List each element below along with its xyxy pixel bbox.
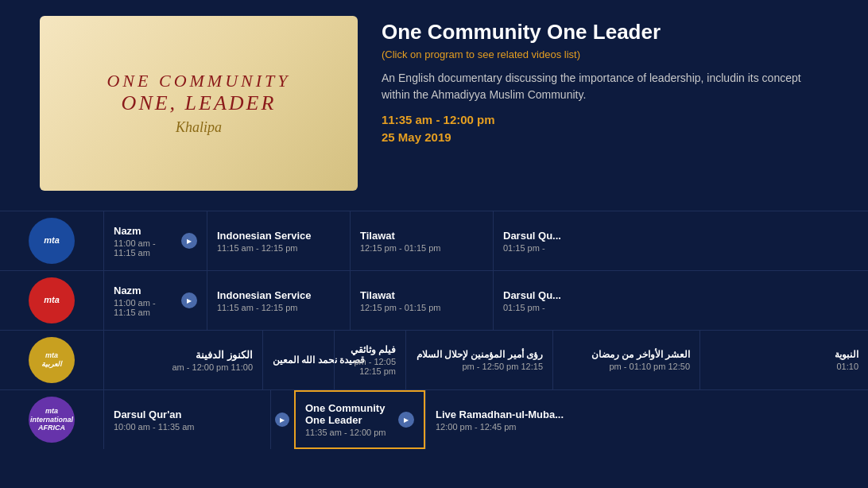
roya-name: رؤى أمير المؤمنين لإحلال السلام <box>416 349 543 360</box>
channel-logo-text-2: mta <box>44 295 60 305</box>
darsul-time-1: 01:15 pm - <box>503 243 858 253</box>
indonesian-time-2: 11:15 am - 12:15 pm <box>217 303 340 312</box>
program-title: One Community One Leader <box>382 20 852 45</box>
program-description: An English documentary discussing the im… <box>382 70 827 103</box>
kanuz-time: 11:00 am - 12:00 pm <box>114 362 253 372</box>
nazm-name-1: Nazm <box>114 225 175 237</box>
program-info: One Community One Leader (Click on progr… <box>382 16 852 191</box>
channel-logo-text-1: mta <box>44 235 60 246</box>
darsulquran-name: Darsul Qur'an <box>114 409 261 420</box>
darsulquran-time: 10:00 am - 11:35 am <box>114 422 261 432</box>
nabawiya-time: 01:10 <box>710 362 858 371</box>
indonesian-cell-2[interactable]: Indonesian Service 11:15 am - 12:15 pm <box>207 271 350 330</box>
film-time: 12:05 pm - 12:15 pm <box>344 357 396 376</box>
darsul-cell-1[interactable]: Darsul Qu... 01:15 pm - <box>493 211 868 270</box>
indonesian-time-1: 11:15 am - 12:15 pm <box>217 243 340 253</box>
film-cell[interactable]: فيلم وثائقي 12:05 pm - 12:15 pm <box>334 331 405 389</box>
channel-logo-2: mta <box>29 277 75 323</box>
one-community-cell[interactable]: One Community One Leader 11:35 am - 12:0… <box>294 390 425 449</box>
channel-cell-4: mtainternationalAFRICA <box>0 390 103 449</box>
one-community-dot-cell: ▶ <box>270 390 294 449</box>
nabawiya-name: النبوية <box>710 349 858 360</box>
channel-logo-1: mta <box>29 218 75 264</box>
qasida-cell[interactable]: قصيدة نحمد الله المعين <box>262 331 334 389</box>
schedule-row-1: mta Nazm 11:00 am - 11:15 am ▶ Indonesia… <box>0 211 868 270</box>
ashara-name: العشر الأواخر من رمضان <box>563 349 690 360</box>
thumbnail-line1: ONE COMMUNITY <box>107 71 290 91</box>
darsul-name-2: Darsul Qu... <box>503 289 858 301</box>
indonesian-name-1: Indonesian Service <box>217 230 340 242</box>
darsul-cell-2[interactable]: Darsul Qu... 01:15 pm - <box>493 271 868 330</box>
schedule-row-4: mtainternationalAFRICA Darsul Qur'an 10:… <box>0 389 868 449</box>
thumbnail-line2: ONE, LEADER <box>107 91 290 115</box>
live-ramadhan-time: 12:00 pm - 12:45 pm <box>436 422 858 432</box>
nazm-time-2: 11:00 am - 11:15 am <box>114 298 175 317</box>
play-icon-nazm-2[interactable]: ▶ <box>181 292 197 308</box>
channel-logo-4: mtainternationalAFRICA <box>29 397 75 443</box>
kanuz-name: الكنوز الدفينة <box>114 349 253 361</box>
one-community-name: One Community One Leader <box>305 402 394 426</box>
darsulquran-cell[interactable]: Darsul Qur'an 10:00 am - 11:35 am <box>103 390 270 449</box>
nazm-cell-1[interactable]: Nazm 11:00 am - 11:15 am ▶ <box>103 211 207 270</box>
play-dot-icon[interactable]: ▶ <box>275 412 289 427</box>
schedule-row-3: mtaالعربية الكنوز الدفينة 11:00 am - 12:… <box>0 330 868 389</box>
nazm-time-1: 11:00 am - 11:15 am <box>114 238 175 258</box>
ashara-time: 12:50 pm - 01:10 pm <box>563 362 690 371</box>
channel-logo-3: mtaالعربية <box>29 337 75 383</box>
one-community-time: 11:35 am - 12:00 pm <box>305 428 394 437</box>
channel-cell-3: mtaالعربية <box>0 331 103 389</box>
tilawat-time-1: 12:15 pm - 01:15 pm <box>360 243 483 253</box>
live-ramadhan-cell[interactable]: Live Ramadhan-ul-Muba... 12:00 pm - 12:4… <box>425 390 868 449</box>
play-icon-nazm-1[interactable]: ▶ <box>181 233 197 249</box>
schedule-row-2: mta Nazm 11:00 am - 11:15 am ▶ Indonesia… <box>0 270 868 330</box>
program-time: 11:35 am - 12:00 pm <box>382 113 852 126</box>
one-community-play-icon[interactable]: ▶ <box>398 412 414 428</box>
darsul-time-2: 01:15 pm - <box>503 303 858 312</box>
roya-time: 12:15 pm - 12:50 pm <box>416 362 543 371</box>
channel-logo-text-3: mtaالعربية <box>41 351 62 369</box>
channel-logo-text-4: mtainternationalAFRICA <box>30 407 73 432</box>
live-ramadhan-name: Live Ramadhan-ul-Muba... <box>436 409 858 420</box>
program-subtitle: (Click on program to see related videos … <box>382 48 852 60</box>
channel-cell-2: mta <box>0 271 103 330</box>
tilawat-name-2: Tilawat <box>360 289 483 301</box>
thumbnail-signature: Khalipa <box>107 119 290 136</box>
top-section: ONE COMMUNITY ONE, LEADER Khalipa One Co… <box>0 0 868 207</box>
roya-cell[interactable]: رؤى أمير المؤمنين لإحلال السلام 12:15 pm… <box>405 331 552 389</box>
schedule: mta Nazm 11:00 am - 11:15 am ▶ Indonesia… <box>0 211 868 449</box>
darsul-name-1: Darsul Qu... <box>503 230 858 242</box>
tilawat-cell-1[interactable]: Tilawat 12:15 pm - 01:15 pm <box>350 211 493 270</box>
thumbnail: ONE COMMUNITY ONE, LEADER Khalipa <box>40 16 358 191</box>
tilawat-time-2: 12:15 pm - 01:15 pm <box>360 303 483 312</box>
indonesian-cell-1[interactable]: Indonesian Service 11:15 am - 12:15 pm <box>207 211 350 270</box>
tilawat-cell-2[interactable]: Tilawat 12:15 pm - 01:15 pm <box>350 271 493 330</box>
program-date: 25 May 2019 <box>382 130 852 144</box>
kanuz-cell[interactable]: الكنوز الدفينة 11:00 am - 12:00 pm <box>103 331 262 389</box>
indonesian-name-2: Indonesian Service <box>217 289 340 301</box>
tilawat-name-1: Tilawat <box>360 230 483 242</box>
film-name: فيلم وثائقي <box>344 344 396 355</box>
channel-cell-1: mta <box>0 211 103 270</box>
nazm-cell-2[interactable]: Nazm 11:00 am - 11:15 am ▶ <box>103 271 207 330</box>
nazm-name-2: Nazm <box>114 285 175 296</box>
nabawiya-cell[interactable]: النبوية 01:10 <box>699 331 868 389</box>
ashara-cell[interactable]: العشر الأواخر من رمضان 12:50 pm - 01:10 … <box>552 331 699 389</box>
